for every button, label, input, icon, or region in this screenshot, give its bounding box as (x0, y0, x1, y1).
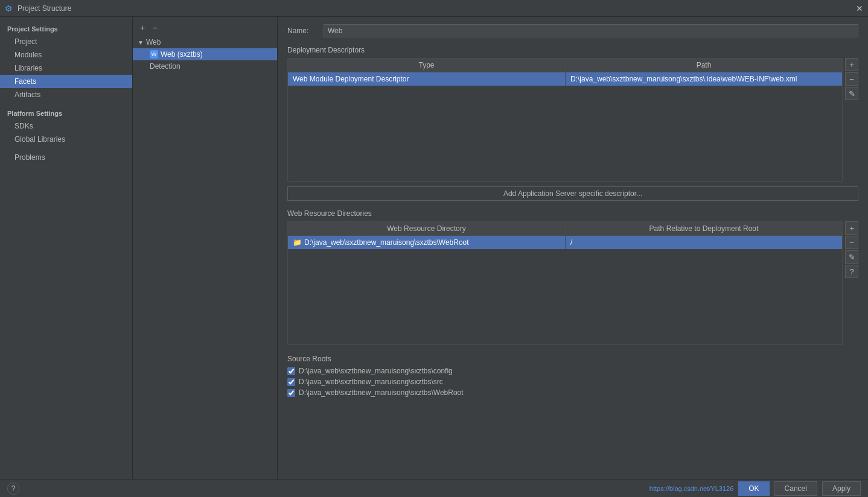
source-root-config-row: D:\java_web\sxztbnew_maruisong\sxztbs\co… (287, 367, 858, 375)
source-root-webroot-checkbox[interactable] (287, 389, 295, 397)
source-root-src-checkbox[interactable] (287, 378, 295, 386)
source-root-webroot-row: D:\java_web\sxztbnew_maruisong\sxztbs\We… (287, 388, 858, 397)
link-text[interactable]: https://blog.csdn.net/YL3126 (649, 485, 733, 492)
source-root-webroot-label: D:\java_web\sxztbnew_maruisong\sxztbs\We… (299, 388, 464, 397)
add-web-resource-button[interactable]: + (845, 221, 858, 235)
web-resource-dir-cell: 📁D:\java_web\sxztbnew_maruisong\sxztbs\W… (288, 236, 566, 249)
type-column-header: Type (288, 59, 566, 72)
tree-web-label: Web (146, 38, 161, 46)
add-facet-button[interactable]: + (138, 22, 147, 34)
bottom-bar: ? https://blog.csdn.net/YL3126 OK Cancel… (0, 479, 868, 497)
source-root-src-row: D:\java_web\sxztbnew_maruisong\sxztbs\sr… (287, 378, 858, 386)
source-root-config-label: D:\java_web\sxztbnew_maruisong\sxztbs\co… (299, 367, 453, 375)
sidebar-item-artifacts[interactable]: Artifacts (0, 88, 132, 101)
sidebar-item-project[interactable]: Project (0, 35, 132, 48)
web-resource-directories-section: Web Resource Directory Path Relative to … (287, 221, 858, 350)
ok-button[interactable]: OK (738, 481, 769, 496)
app-icon: ⚙ (5, 4, 13, 13)
folder-icon: 📁 (293, 238, 302, 247)
name-input[interactable] (324, 24, 858, 37)
source-roots-title: Source Roots (287, 355, 858, 363)
content-panel: Name: Deployment Descriptors Type Path W… (278, 17, 868, 479)
descriptor-path-cell: D:\java_web\sxztbnew_maruisong\sxztbs\.i… (566, 72, 842, 86)
web-resource-directories-table: Web Resource Directory Path Relative to … (287, 221, 843, 345)
edit-web-resource-button[interactable]: ✎ (845, 250, 858, 264)
web-resource-row[interactable]: 📁D:\java_web\sxztbnew_maruisong\sxztbs\W… (288, 236, 842, 249)
remove-descriptor-button[interactable]: − (845, 72, 858, 86)
sidebar-item-sdks[interactable]: SDKs (0, 119, 132, 133)
add-app-server-descriptor-button[interactable]: Add Application Server specific descript… (287, 186, 858, 201)
help-web-resource-button[interactable]: ? (845, 265, 858, 278)
sidebar-item-global-libraries[interactable]: Global Libraries (0, 133, 132, 146)
sidebar-item-problems[interactable]: Problems (0, 151, 132, 164)
apply-button[interactable]: Apply (822, 481, 861, 496)
remove-web-resource-button[interactable]: − (845, 236, 858, 249)
source-roots-section: Source Roots D:\java_web\sxztbnew_maruis… (287, 355, 858, 399)
tree-item-detection[interactable]: Detection (133, 60, 277, 72)
name-label: Name: (287, 27, 324, 35)
deployment-descriptors-title: Deployment Descriptors (287, 46, 858, 54)
deployment-descriptors-section: Type Path Web Module Deployment Descript… (287, 58, 858, 186)
web-resource-path-cell: / (566, 236, 842, 249)
web-resource-directories-title: Web Resource Directories (287, 209, 858, 218)
bottom-right: https://blog.csdn.net/YL3126 OK Cancel A… (649, 481, 861, 496)
tree-item-web-sxztbs[interactable]: W Web (sxztbs) (133, 48, 277, 60)
help-button[interactable]: ? (7, 483, 19, 495)
web-resource-dir-column-header: Web Resource Directory (288, 222, 566, 235)
sidebar: Project Settings Project Modules Librari… (0, 17, 133, 479)
add-descriptor-button[interactable]: + (845, 58, 858, 71)
deployment-descriptors-body: Web Module Deployment Descriptor D:\java… (288, 72, 842, 181)
title-bar-title: Project Structure (18, 4, 71, 13)
web-resource-header: Web Resource Directory Path Relative to … (288, 222, 842, 236)
path-relative-column-header: Path Relative to Deployment Root (566, 222, 842, 235)
middle-panel: + − ▼ Web W Web (sxztbs) Detection (133, 17, 278, 479)
sidebar-item-libraries[interactable]: Libraries (0, 62, 132, 75)
cancel-button[interactable]: Cancel (774, 481, 817, 496)
name-field-row: Name: (287, 24, 858, 37)
tree-web-sxztbs-label: Web (sxztbs) (161, 50, 203, 59)
deployment-descriptors-table: Type Path Web Module Deployment Descript… (287, 58, 843, 182)
edit-descriptor-button[interactable]: ✎ (845, 87, 858, 100)
web-resource-side-buttons: + − ✎ ? (845, 221, 858, 350)
platform-settings-label: Platform Settings (0, 106, 132, 119)
web-resource-body: 📁D:\java_web\sxztbnew_maruisong\sxztbs\W… (288, 236, 842, 344)
deployment-descriptors-header: Type Path (288, 59, 842, 72)
descriptor-type-cell: Web Module Deployment Descriptor (288, 72, 566, 86)
source-root-src-label: D:\java_web\sxztbnew_maruisong\sxztbs\sr… (299, 378, 443, 386)
remove-facet-button[interactable]: − (150, 22, 159, 34)
middle-toolbar: + − (133, 19, 277, 36)
source-root-config-checkbox[interactable] (287, 367, 295, 375)
web-facet-icon: W (150, 50, 158, 59)
sidebar-item-facets[interactable]: Facets (0, 75, 132, 88)
tree-expand-icon: ▼ (138, 39, 144, 46)
path-column-header: Path (566, 59, 842, 72)
title-bar: ⚙ Project Structure ✕ (0, 0, 868, 17)
project-settings-label: Project Settings (0, 22, 132, 35)
deployment-descriptor-row[interactable]: Web Module Deployment Descriptor D:\java… (288, 72, 842, 86)
close-button[interactable]: ✕ (856, 4, 863, 13)
bottom-left: ? (7, 483, 19, 495)
sidebar-item-modules[interactable]: Modules (0, 48, 132, 62)
deployment-side-buttons: + − ✎ (845, 58, 858, 186)
tree-item-web-parent[interactable]: ▼ Web (133, 36, 277, 48)
